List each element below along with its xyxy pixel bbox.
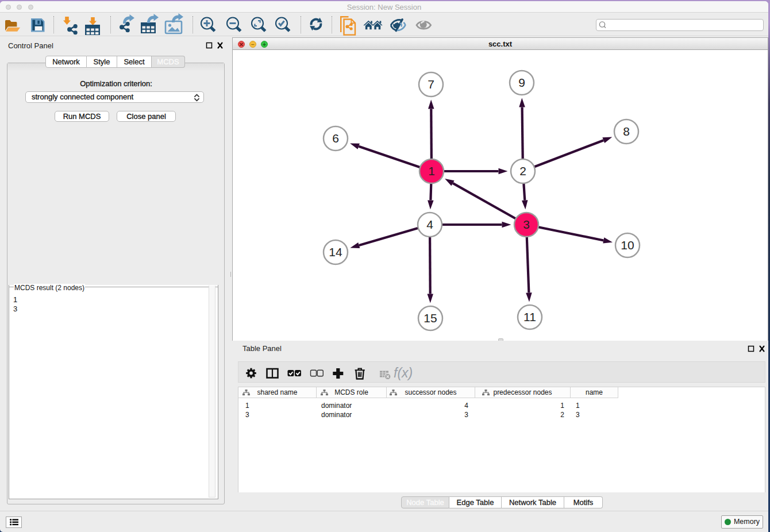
svg-text:14: 14 — [329, 245, 342, 259]
svg-text:6: 6 — [332, 132, 339, 145]
svg-text:11: 11 — [523, 310, 536, 323]
svg-text:4: 4 — [426, 218, 433, 231]
svg-text:8: 8 — [623, 125, 630, 138]
svg-text:10: 10 — [621, 238, 634, 252]
svg-text:15: 15 — [424, 311, 437, 325]
svg-text:2: 2 — [519, 164, 526, 178]
svg-text:7: 7 — [428, 78, 434, 91]
svg-text:9: 9 — [518, 76, 525, 89]
svg-text:1: 1 — [428, 164, 435, 178]
svg-text:3: 3 — [523, 218, 530, 231]
svg-text:f(x): f(x) — [394, 365, 413, 380]
